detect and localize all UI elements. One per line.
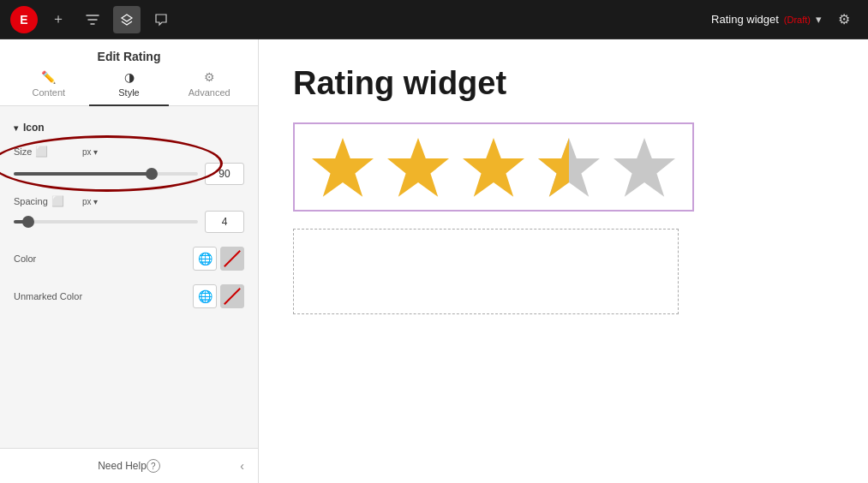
size-controls: px ▾ (82, 147, 244, 157)
advanced-tab-icon: ⚙ (204, 70, 215, 84)
sidebar-footer: Need Help ? ‹ (0, 448, 258, 483)
unmarked-color-label: Unmarked Color (14, 291, 193, 301)
size-slider[interactable] (14, 172, 198, 176)
spacing-unit-chevron-icon: ▾ (93, 197, 98, 206)
unit-chevron-icon: ▾ (93, 147, 98, 157)
layers-icon[interactable] (113, 6, 141, 33)
comments-icon[interactable] (147, 6, 175, 33)
chevron-down-icon[interactable]: ▾ (816, 13, 822, 26)
sidebar-collapse-button[interactable]: ‹ (240, 458, 244, 474)
tab-advanced[interactable]: ⚙ Advanced (169, 63, 249, 106)
spacing-slider[interactable] (14, 220, 198, 224)
icon-section-label: Icon (23, 122, 45, 134)
size-label: Size ⬜ (14, 146, 82, 158)
unmarked-color-global-button[interactable]: 🌐 (193, 284, 217, 308)
responsive-icon[interactable]: ⬜ (35, 146, 48, 158)
spacing-unit-dropdown[interactable]: px ▾ (82, 197, 98, 206)
widget-title-bar: Rating widget (Draft) ▾ (711, 13, 822, 26)
sidebar-title: Edit Rating (0, 39, 258, 63)
size-value-input[interactable] (205, 163, 244, 185)
sidebar: Edit Rating ✏️ Content ◑ Style ⚙ Advance… (0, 39, 259, 483)
icon-section-header[interactable]: ▾ Icon (0, 115, 258, 140)
spacing-row: Spacing ⬜ px ▾ (0, 190, 258, 240)
color-swatch[interactable] (220, 247, 244, 271)
size-row-wrapper: Size ⬜ px ▾ (0, 140, 258, 190)
spacing-slider-thumb[interactable] (22, 216, 34, 228)
topbar-left: E ＋ (10, 6, 175, 33)
spacing-controls: px ▾ (82, 197, 244, 206)
widget-name: Rating widget (711, 13, 779, 26)
spacing-label: Spacing ⬜ (14, 195, 82, 207)
star-4-half (535, 134, 603, 200)
spacing-value-input[interactable] (205, 211, 244, 233)
need-help-link[interactable]: Need Help (98, 460, 147, 472)
size-unit-dropdown[interactable]: px ▾ (82, 147, 98, 157)
style-tab-icon: ◑ (124, 70, 135, 84)
color-controls: 🌐 (193, 247, 244, 271)
color-row: Color 🌐 (0, 240, 258, 277)
tab-content[interactable]: ✏️ Content (9, 63, 89, 106)
star-3 (459, 134, 528, 200)
svg-marker-7 (614, 138, 675, 197)
sidebar-content: ▾ Icon Size ⬜ px ▾ (0, 106, 258, 448)
draft-badge: (Draft) (784, 15, 811, 25)
topbar-right: Rating widget (Draft) ▾ ⚙ (711, 6, 858, 33)
spacing-responsive-icon[interactable]: ⬜ (51, 195, 64, 207)
unmarked-color-swatch[interactable] (220, 284, 244, 308)
topbar: E ＋ Rating widget (Draft) ▾ ⚙ (0, 0, 868, 39)
placeholder-box (293, 229, 679, 314)
canvas: Rating widget (259, 39, 868, 483)
color-label: Color (14, 253, 193, 264)
section-collapse-arrow: ▾ (14, 123, 18, 133)
size-slider-fill (14, 172, 152, 176)
tab-style[interactable]: ◑ Style (89, 63, 170, 106)
help-icon[interactable]: ? (147, 459, 160, 473)
unmarked-color-controls: 🌐 (193, 284, 244, 308)
svg-marker-0 (312, 138, 374, 197)
content-tab-icon: ✏️ (41, 70, 56, 84)
filters-icon[interactable] (79, 6, 106, 33)
svg-marker-2 (463, 138, 524, 197)
size-row: Size ⬜ px ▾ (0, 140, 258, 163)
elementor-logo[interactable]: E (10, 6, 38, 33)
star-5-empty (610, 134, 679, 200)
unmarked-color-row: Unmarked Color 🌐 (0, 277, 258, 315)
svg-marker-6 (538, 138, 600, 197)
star-2 (384, 134, 452, 200)
stars-container[interactable] (293, 122, 694, 212)
size-slider-thumb[interactable] (146, 168, 158, 180)
color-global-button[interactable]: 🌐 (193, 247, 217, 271)
svg-marker-1 (387, 138, 449, 197)
no-color-line (224, 250, 241, 267)
add-button[interactable]: ＋ (45, 6, 72, 33)
star-1 (308, 134, 377, 200)
unmarked-no-color-line (224, 288, 241, 305)
main-layout: Edit Rating ✏️ Content ◑ Style ⚙ Advance… (0, 39, 868, 483)
settings-icon[interactable]: ⚙ (830, 6, 858, 33)
size-slider-row (0, 163, 258, 190)
widget-title: Rating widget (293, 65, 834, 102)
tabs: ✏️ Content ◑ Style ⚙ Advanced (0, 63, 258, 106)
